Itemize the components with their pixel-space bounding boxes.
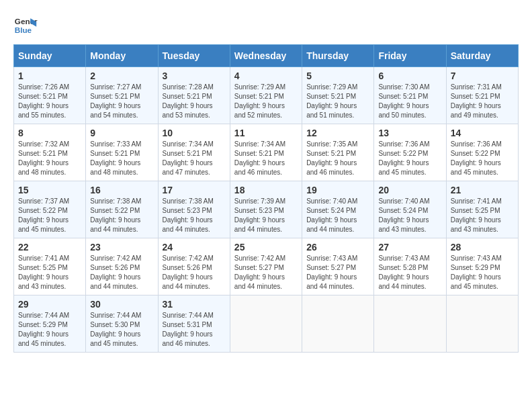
calendar-cell: 31 Sunrise: 7:44 AM Sunset: 5:31 PM Dayl…	[158, 295, 230, 353]
calendar-cell: 4 Sunrise: 7:29 AM Sunset: 5:21 PM Dayli…	[230, 67, 302, 124]
day-info: Sunrise: 7:41 AM Sunset: 5:25 PM Dayligh…	[451, 197, 514, 234]
calendar-cell: 11 Sunrise: 7:34 AM Sunset: 5:21 PM Dayl…	[230, 124, 302, 181]
day-info: Sunrise: 7:36 AM Sunset: 5:22 PM Dayligh…	[451, 140, 514, 177]
calendar-cell: 26 Sunrise: 7:43 AM Sunset: 5:27 PM Dayl…	[302, 238, 374, 295]
calendar-cell: 10 Sunrise: 7:34 AM Sunset: 5:21 PM Dayl…	[158, 124, 230, 181]
calendar-cell: 6 Sunrise: 7:30 AM Sunset: 5:21 PM Dayli…	[374, 67, 446, 124]
day-info: Sunrise: 7:29 AM Sunset: 5:21 PM Dayligh…	[234, 83, 298, 120]
day-info: Sunrise: 7:34 AM Sunset: 5:21 PM Dayligh…	[234, 140, 298, 177]
day-number: 19	[306, 185, 369, 195]
day-info: Sunrise: 7:34 AM Sunset: 5:21 PM Dayligh…	[163, 140, 226, 177]
calendar-header-row: SundayMondayTuesdayWednesdayThursdayFrid…	[14, 45, 519, 67]
calendar-cell: 9 Sunrise: 7:33 AM Sunset: 5:21 PM Dayli…	[86, 124, 158, 181]
day-number: 30	[90, 299, 153, 310]
calendar-cell: 21 Sunrise: 7:41 AM Sunset: 5:25 PM Dayl…	[446, 181, 518, 238]
day-info: Sunrise: 7:27 AM Sunset: 5:21 PM Dayligh…	[90, 83, 153, 120]
calendar-cell: 1 Sunrise: 7:26 AM Sunset: 5:21 PM Dayli…	[14, 67, 86, 124]
calendar-cell: 28 Sunrise: 7:43 AM Sunset: 5:29 PM Dayl…	[446, 238, 518, 295]
day-info: Sunrise: 7:38 AM Sunset: 5:22 PM Dayligh…	[90, 197, 153, 234]
day-number: 26	[306, 242, 369, 253]
day-number: 25	[234, 242, 298, 253]
day-number: 6	[378, 71, 441, 81]
day-info: Sunrise: 7:42 AM Sunset: 5:27 PM Dayligh…	[234, 254, 298, 291]
col-header-friday: Friday	[374, 45, 446, 67]
day-number: 2	[90, 71, 153, 81]
day-info: Sunrise: 7:41 AM Sunset: 5:25 PM Dayligh…	[18, 254, 81, 291]
day-info: Sunrise: 7:42 AM Sunset: 5:26 PM Dayligh…	[90, 254, 153, 291]
calendar-cell	[374, 295, 446, 353]
calendar-cell: 27 Sunrise: 7:43 AM Sunset: 5:28 PM Dayl…	[374, 238, 446, 295]
col-header-monday: Monday	[86, 45, 158, 67]
day-info: Sunrise: 7:37 AM Sunset: 5:22 PM Dayligh…	[18, 197, 81, 234]
calendar-cell: 15 Sunrise: 7:37 AM Sunset: 5:22 PM Dayl…	[14, 181, 86, 238]
calendar-cell: 13 Sunrise: 7:36 AM Sunset: 5:22 PM Dayl…	[374, 124, 446, 181]
day-number: 13	[378, 128, 441, 138]
calendar-cell: 16 Sunrise: 7:38 AM Sunset: 5:22 PM Dayl…	[86, 181, 158, 238]
day-number: 1	[18, 71, 81, 81]
calendar-cell: 29 Sunrise: 7:44 AM Sunset: 5:29 PM Dayl…	[14, 295, 86, 353]
day-info: Sunrise: 7:43 AM Sunset: 5:28 PM Dayligh…	[378, 254, 441, 291]
col-header-wednesday: Wednesday	[230, 45, 302, 67]
day-number: 4	[234, 71, 298, 81]
day-number: 22	[18, 242, 81, 253]
day-info: Sunrise: 7:33 AM Sunset: 5:21 PM Dayligh…	[90, 140, 153, 177]
day-info: Sunrise: 7:44 AM Sunset: 5:29 PM Dayligh…	[18, 311, 81, 349]
calendar-cell	[446, 295, 518, 353]
day-number: 9	[90, 128, 153, 138]
day-info: Sunrise: 7:43 AM Sunset: 5:27 PM Dayligh…	[306, 254, 369, 291]
day-number: 15	[18, 185, 81, 195]
logo-icon: General Blue	[13, 13, 38, 38]
calendar-cell: 25 Sunrise: 7:42 AM Sunset: 5:27 PM Dayl…	[230, 238, 302, 295]
day-number: 20	[378, 185, 441, 195]
day-number: 31	[163, 299, 226, 310]
day-number: 28	[451, 242, 514, 253]
calendar-cell: 8 Sunrise: 7:32 AM Sunset: 5:21 PM Dayli…	[14, 124, 86, 181]
day-info: Sunrise: 7:42 AM Sunset: 5:26 PM Dayligh…	[163, 254, 226, 291]
day-info: Sunrise: 7:40 AM Sunset: 5:24 PM Dayligh…	[378, 197, 441, 234]
day-number: 11	[234, 128, 298, 138]
day-info: Sunrise: 7:38 AM Sunset: 5:23 PM Dayligh…	[163, 197, 226, 234]
calendar-cell: 14 Sunrise: 7:36 AM Sunset: 5:22 PM Dayl…	[446, 124, 518, 181]
day-number: 16	[90, 185, 153, 195]
day-number: 12	[306, 128, 369, 138]
day-info: Sunrise: 7:43 AM Sunset: 5:29 PM Dayligh…	[451, 254, 514, 291]
day-info: Sunrise: 7:32 AM Sunset: 5:21 PM Dayligh…	[18, 140, 81, 177]
col-header-sunday: Sunday	[14, 45, 86, 67]
day-number: 29	[18, 299, 81, 310]
calendar-cell: 30 Sunrise: 7:44 AM Sunset: 5:30 PM Dayl…	[86, 295, 158, 353]
day-info: Sunrise: 7:31 AM Sunset: 5:21 PM Dayligh…	[451, 83, 514, 120]
calendar-cell: 20 Sunrise: 7:40 AM Sunset: 5:24 PM Dayl…	[374, 181, 446, 238]
day-number: 21	[451, 185, 514, 195]
day-number: 5	[306, 71, 369, 81]
day-info: Sunrise: 7:44 AM Sunset: 5:30 PM Dayligh…	[90, 311, 153, 349]
calendar-cell: 22 Sunrise: 7:41 AM Sunset: 5:25 PM Dayl…	[14, 238, 86, 295]
day-number: 18	[234, 185, 298, 195]
calendar-week-row: 1 Sunrise: 7:26 AM Sunset: 5:21 PM Dayli…	[14, 67, 519, 124]
calendar-week-row: 29 Sunrise: 7:44 AM Sunset: 5:29 PM Dayl…	[14, 295, 519, 353]
day-info: Sunrise: 7:29 AM Sunset: 5:21 PM Dayligh…	[306, 83, 369, 120]
calendar-cell: 18 Sunrise: 7:39 AM Sunset: 5:23 PM Dayl…	[230, 181, 302, 238]
col-header-thursday: Thursday	[302, 45, 374, 67]
day-number: 24	[163, 242, 226, 253]
calendar-week-row: 22 Sunrise: 7:41 AM Sunset: 5:25 PM Dayl…	[14, 238, 519, 295]
day-info: Sunrise: 7:44 AM Sunset: 5:31 PM Dayligh…	[163, 311, 226, 349]
day-number: 7	[451, 71, 514, 81]
day-info: Sunrise: 7:36 AM Sunset: 5:22 PM Dayligh…	[378, 140, 441, 177]
calendar-cell	[230, 295, 302, 353]
calendar-cell: 23 Sunrise: 7:42 AM Sunset: 5:26 PM Dayl…	[86, 238, 158, 295]
day-number: 27	[378, 242, 441, 253]
day-number: 3	[163, 71, 226, 81]
day-info: Sunrise: 7:40 AM Sunset: 5:24 PM Dayligh…	[306, 197, 369, 234]
calendar-cell: 12 Sunrise: 7:35 AM Sunset: 5:21 PM Dayl…	[302, 124, 374, 181]
calendar-week-row: 15 Sunrise: 7:37 AM Sunset: 5:22 PM Dayl…	[14, 181, 519, 238]
calendar-cell: 7 Sunrise: 7:31 AM Sunset: 5:21 PM Dayli…	[446, 67, 518, 124]
calendar-cell: 2 Sunrise: 7:27 AM Sunset: 5:21 PM Dayli…	[86, 67, 158, 124]
calendar-cell: 17 Sunrise: 7:38 AM Sunset: 5:23 PM Dayl…	[158, 181, 230, 238]
logo: General Blue	[13, 13, 38, 38]
svg-text:Blue: Blue	[15, 26, 32, 34]
col-header-saturday: Saturday	[446, 45, 518, 67]
day-number: 8	[18, 128, 81, 138]
calendar-cell: 24 Sunrise: 7:42 AM Sunset: 5:26 PM Dayl…	[158, 238, 230, 295]
header: General Blue	[13, 13, 519, 38]
day-number: 17	[163, 185, 226, 195]
